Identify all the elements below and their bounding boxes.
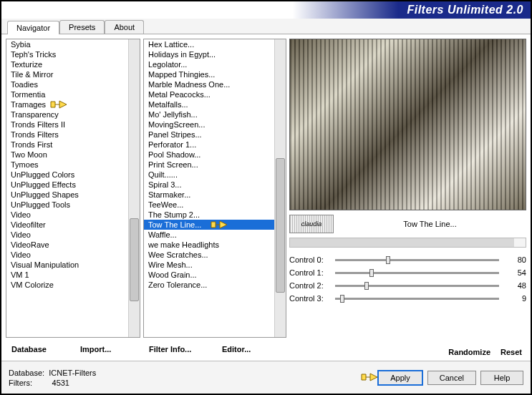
slider-thumb[interactable] bbox=[340, 295, 344, 303]
tab-navigator[interactable]: Navigator bbox=[7, 21, 59, 34]
category-item[interactable]: Two Moon bbox=[6, 150, 128, 160]
control-slider-2: Control 2:48 bbox=[289, 279, 526, 292]
slider-track[interactable] bbox=[335, 259, 499, 261]
category-item[interactable]: Video bbox=[6, 210, 128, 220]
filter-item[interactable]: Waffle... bbox=[144, 230, 274, 240]
category-item[interactable]: UnPlugged Shapes bbox=[6, 190, 128, 200]
filter-item[interactable]: Mo' Jellyfish... bbox=[144, 109, 274, 120]
filter-info-button[interactable]: Filter Info... bbox=[143, 342, 213, 356]
filter-item[interactable]: Hex Lattice... bbox=[144, 39, 274, 49]
filter-item[interactable]: Mapped Thingies... bbox=[144, 69, 274, 79]
import-button[interactable]: Import... bbox=[74, 342, 140, 356]
title-bar: Filters Unlimited 2.0 bbox=[1, 1, 531, 19]
category-item[interactable]: VM 1 bbox=[6, 270, 128, 280]
category-item[interactable]: Sybia bbox=[6, 39, 128, 49]
db-value: ICNET-Filters bbox=[49, 369, 96, 377]
filter-item[interactable]: Metalfalls... bbox=[144, 99, 274, 109]
reset-button[interactable]: Reset bbox=[500, 348, 522, 356]
help-button[interactable]: Help bbox=[480, 371, 523, 385]
scrollbar[interactable] bbox=[274, 39, 286, 337]
category-item[interactable]: UnPlugged Effects bbox=[6, 180, 128, 190]
control-slider-1: Control 1:54 bbox=[289, 266, 526, 279]
filter-item[interactable]: Spiral 3... bbox=[144, 180, 274, 190]
tab-about[interactable]: About bbox=[105, 20, 144, 34]
app-title: Filters Unlimited 2.0 bbox=[407, 4, 523, 16]
category-item[interactable]: Tronds Filters bbox=[6, 130, 128, 140]
filter-item[interactable]: Holidays in Egypt... bbox=[144, 49, 274, 59]
category-item[interactable]: Videofilter bbox=[6, 220, 128, 230]
filters-count: 4531 bbox=[52, 379, 69, 387]
filter-item[interactable]: Marble Madness One... bbox=[144, 79, 274, 89]
filter-item[interactable]: we make Headlights bbox=[144, 240, 274, 250]
footer-info: Database: ICNET-Filters Filters: 4531 bbox=[9, 368, 377, 388]
category-item[interactable]: Texturize bbox=[6, 59, 128, 69]
main-area: SybiaTeph's TricksTexturizeTile & Mirror… bbox=[1, 34, 531, 361]
category-item[interactable]: UnPlugged Colors bbox=[6, 170, 128, 180]
slider-value: 48 bbox=[505, 281, 526, 290]
slider-track[interactable] bbox=[335, 272, 499, 274]
slider-label: Control 0: bbox=[289, 255, 329, 264]
filter-item[interactable]: Wood Grain... bbox=[144, 270, 274, 280]
slider-value: 9 bbox=[505, 294, 526, 303]
filter-list[interactable]: Hex Lattice...Holidays in Egypt...Legola… bbox=[144, 39, 274, 337]
preview-image bbox=[289, 39, 526, 210]
filter-item[interactable]: Pool Shadow... bbox=[144, 150, 274, 160]
slider-track[interactable] bbox=[335, 285, 499, 287]
filter-item[interactable]: Wee Scratches... bbox=[144, 250, 274, 260]
category-item[interactable]: Tronds Filters II bbox=[6, 120, 128, 130]
filter-item[interactable]: Zero Tolerance... bbox=[144, 280, 274, 290]
database-button[interactable]: Database bbox=[6, 342, 72, 356]
category-item[interactable]: Tile & Mirror bbox=[6, 69, 128, 79]
filter-item[interactable]: MovingScreen... bbox=[144, 120, 274, 130]
filter-column: Hex Lattice...Holidays in Egypt...Legola… bbox=[143, 39, 286, 356]
current-filter-name: Tow The Line... bbox=[334, 220, 526, 228]
category-item[interactable]: Video bbox=[6, 230, 128, 240]
category-item[interactable]: VM Colorize bbox=[6, 280, 128, 290]
pointer-icon bbox=[210, 218, 228, 233]
progress-bar bbox=[289, 238, 526, 248]
filter-item[interactable]: Print Screen... bbox=[144, 160, 274, 170]
slider-thumb[interactable] bbox=[386, 256, 390, 264]
tab-presets[interactable]: Presets bbox=[59, 20, 105, 34]
sliders-area: Control 0:80Control 1:54Control 2:48Cont… bbox=[289, 253, 526, 305]
pointer-icon bbox=[49, 97, 68, 113]
slider-thumb[interactable] bbox=[369, 269, 374, 277]
slider-track[interactable] bbox=[335, 298, 499, 300]
cancel-button[interactable]: Cancel bbox=[427, 371, 476, 385]
slider-label: Control 1: bbox=[289, 268, 329, 277]
scrollbar-thumb[interactable] bbox=[130, 218, 139, 301]
filter-item[interactable]: Panel Stripes... bbox=[144, 130, 274, 140]
category-item[interactable]: Teph's Tricks bbox=[6, 49, 128, 59]
editor-button[interactable]: Editor... bbox=[216, 342, 286, 356]
randomize-button[interactable]: Randomize bbox=[448, 348, 490, 356]
watermark-badge: claudia bbox=[289, 215, 334, 233]
preview-column: claudia Tow The Line... Control 0:80Cont… bbox=[289, 39, 526, 356]
filter-name-row: claudia Tow The Line... bbox=[289, 210, 526, 238]
footer-bar: Database: ICNET-Filters Filters: 4531 Ap… bbox=[1, 361, 531, 394]
category-item[interactable]: Toadies bbox=[6, 79, 128, 89]
category-item[interactable]: Tronds First bbox=[6, 140, 128, 150]
category-column: SybiaTeph's TricksTexturizeTile & Mirror… bbox=[6, 39, 140, 356]
filter-item[interactable]: Legolator... bbox=[144, 59, 274, 69]
category-item[interactable]: Tymoes bbox=[6, 160, 128, 170]
filter-item[interactable]: Wire Mesh... bbox=[144, 260, 274, 270]
category-item[interactable]: Visual Manipulation bbox=[6, 260, 128, 270]
category-list-wrap: SybiaTeph's TricksTexturizeTile & Mirror… bbox=[6, 39, 140, 338]
filter-item[interactable]: Perforator 1... bbox=[144, 140, 274, 150]
filter-item[interactable]: Starmaker... bbox=[144, 190, 274, 200]
filter-item[interactable]: The Stump 2... bbox=[144, 210, 274, 220]
filter-item[interactable]: Tow The Line... bbox=[144, 220, 274, 230]
scrollbar[interactable] bbox=[128, 39, 140, 337]
category-item[interactable]: VideoRave bbox=[6, 240, 128, 250]
apply-button[interactable]: Apply bbox=[377, 370, 423, 386]
filter-item[interactable]: Quilt...... bbox=[144, 170, 274, 180]
category-list[interactable]: SybiaTeph's TricksTexturizeTile & Mirror… bbox=[6, 39, 128, 337]
slider-label: Control 3: bbox=[289, 294, 329, 303]
category-item[interactable]: Video bbox=[6, 250, 128, 260]
category-item[interactable]: UnPlugged Tools bbox=[6, 200, 128, 210]
scrollbar-thumb[interactable] bbox=[276, 158, 285, 292]
filter-item[interactable]: Metal Peacocks... bbox=[144, 89, 274, 99]
slider-thumb[interactable] bbox=[364, 282, 369, 290]
filter-item[interactable]: TeeWee... bbox=[144, 200, 274, 210]
filter-button-row: Filter Info... Editor... bbox=[143, 338, 286, 356]
